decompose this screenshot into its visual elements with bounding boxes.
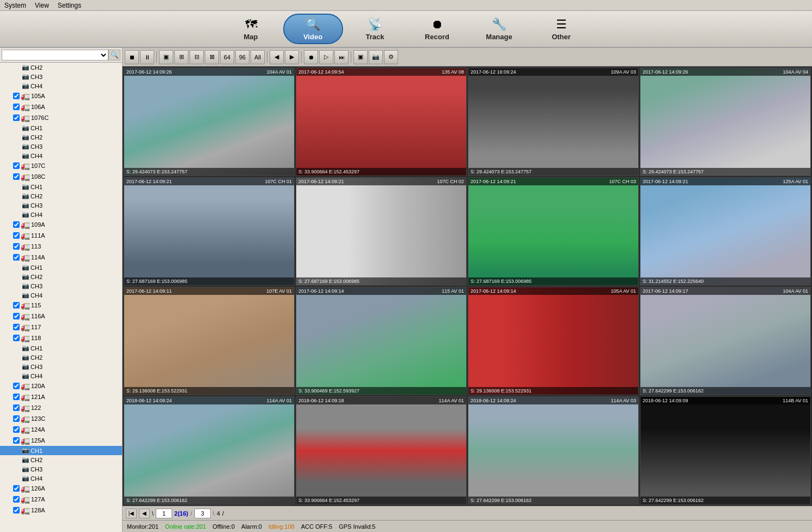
video-cell-12[interactable]: 2017-06-12 14:09:17 104A AV 01 S: 27.642… (640, 287, 811, 395)
video-cell-3[interactable]: 2017-06-12 16:09:24 109A AV 03 S: 29.424… (468, 68, 639, 176)
tree-125a[interactable]: 🚛 125A (0, 435, 122, 446)
tree-checkbox[interactable] (13, 254, 20, 261)
tree-115[interactable]: 🚛 115 (0, 300, 122, 311)
tb-ff[interactable]: ⏭ (334, 50, 349, 64)
tb-96[interactable]: 96 (235, 50, 249, 64)
tree-ch4-6[interactable]: 📷 CH4 (0, 474, 122, 483)
tb-grid1[interactable]: ▣ (159, 50, 173, 64)
tree-checkbox[interactable] (13, 243, 20, 250)
video-cell-7[interactable]: 2017-06-12 14:09:21 107C CH 03 S: 27.687… (468, 177, 639, 286)
tree-ch2-4[interactable]: 📷 CH2 (0, 272, 122, 281)
tree-ch3-5[interactable]: 📷 CH3 (0, 362, 122, 371)
page-input-3[interactable] (194, 509, 211, 518)
tree-ch4-4[interactable]: 📷 CH4 (0, 291, 122, 300)
tb-settings[interactable]: ⚙ (384, 50, 398, 64)
menu-settings[interactable]: Settings (58, 2, 81, 9)
tb-prev[interactable]: ◀ (270, 50, 284, 64)
tree-checkbox[interactable] (13, 437, 20, 444)
page-first[interactable]: |◀ (126, 509, 137, 518)
video-cell-8[interactable]: 2017-06-12 14:09:21 125A AV 01 S: 31.214… (640, 177, 811, 286)
video-cell-11[interactable]: 2017-06-12 14:09:14 105A AV 01 S: 29.136… (468, 287, 639, 395)
search-select[interactable] (2, 50, 108, 61)
tree-checkbox[interactable] (13, 426, 20, 433)
tree-107c[interactable]: 🚛 107C (0, 160, 122, 171)
tree-108c[interactable]: 🚛 108C (0, 171, 122, 182)
tree-checkbox[interactable] (13, 496, 20, 503)
video-cell-16[interactable]: 2018-06-12 14:09:09 114B AV 01 S: 27.642… (640, 396, 811, 505)
tree-ch1-5[interactable]: 📷 CH1 (0, 343, 122, 353)
tree-checkbox[interactable] (13, 383, 20, 389)
tree-checkbox[interactable] (13, 93, 20, 99)
video-cell-5[interactable]: 2017-06-12 14:09:21 107C CH 01 S: 27.687… (124, 177, 295, 286)
tree-113[interactable]: 🚛 113 (0, 241, 122, 252)
tree-ch4-1[interactable]: 📷 CH4 (0, 81, 122, 90)
tb-play[interactable]: ▷ (319, 50, 333, 64)
tree-122[interactable]: 🚛 122 (0, 402, 122, 413)
tree-ch1-4[interactable]: 📷 CH1 (0, 263, 122, 272)
tree-127a[interactable]: 🚛 127A (0, 494, 122, 505)
tree-checkbox[interactable] (13, 485, 20, 492)
tree-ch2-1[interactable]: 📷 CH2 (0, 63, 122, 72)
tree-1076c[interactable]: 🚛 1076C (0, 112, 122, 123)
tree-checkbox[interactable] (13, 394, 20, 400)
video-cell-6[interactable]: 2017-06-12 14:09:21 107C CH 02 S: 27.687… (296, 177, 467, 286)
tree-109a[interactable]: 🚛 109A (0, 219, 122, 230)
tb-all[interactable]: All (251, 50, 265, 64)
tree-114a[interactable]: 🚛 114A (0, 252, 122, 263)
tree-ch2-6[interactable]: 📷 CH2 (0, 455, 122, 464)
tree-ch1-selected[interactable]: 📷 CH1 (0, 446, 122, 455)
tree-checkbox[interactable] (13, 313, 20, 319)
video-cell-14[interactable]: 2018-06-12 14:09:18 114A AV 01 S: 33.900… (296, 396, 467, 505)
tb-next[interactable]: ▶ (285, 50, 299, 64)
tree-117[interactable]: 🚛 117 (0, 322, 122, 332)
tb-grid16[interactable]: ⊠ (205, 50, 219, 64)
video-cell-15[interactable]: 2018-06-12 14:09:24 114A AV 03 S: 27.642… (468, 396, 639, 505)
tree-123c[interactable]: 🚛 123C (0, 413, 122, 424)
tree-126a[interactable]: 🚛 126A (0, 483, 122, 494)
page-input-1[interactable] (156, 509, 172, 518)
tree-ch2-2[interactable]: 📷 CH2 (0, 132, 122, 142)
tree-checkbox[interactable] (13, 507, 20, 513)
tb-grid4[interactable]: ⊞ (174, 50, 188, 64)
tree-128a[interactable]: 🚛 128A (0, 505, 122, 516)
tree-105a[interactable]: 🚛 105A (0, 90, 122, 101)
nav-video[interactable]: 🔍 Video (283, 14, 343, 44)
menu-view[interactable]: View (35, 2, 49, 9)
tree-ch1-2[interactable]: 📷 CH1 (0, 123, 122, 132)
video-cell-4[interactable]: 2017-06-12 14:09:26 104A AV 04 S: 29.424… (640, 68, 811, 176)
nav-manage[interactable]: 🔧 Manage (469, 14, 529, 44)
tree-checkbox[interactable] (13, 302, 20, 309)
tree-ch2-3[interactable]: 📷 CH2 (0, 191, 122, 201)
tree-checkbox[interactable] (13, 232, 20, 239)
tree-checkbox[interactable] (13, 324, 20, 330)
tree-ch4-5[interactable]: 📷 CH4 (0, 371, 122, 380)
tree-checkbox[interactable] (13, 335, 20, 341)
tree-ch3-3[interactable]: 📷 CH3 (0, 201, 122, 210)
tree-ch3-1[interactable]: 📷 CH3 (0, 72, 122, 81)
tree-121a[interactable]: 🚛 121A (0, 391, 122, 402)
tree-ch4-2[interactable]: 📷 CH4 (0, 151, 122, 160)
search-button[interactable]: 🔍 (108, 50, 120, 61)
tb-pause[interactable]: ⏸ (140, 50, 154, 64)
tree-checkbox[interactable] (13, 104, 20, 110)
tree-118[interactable]: 🚛 118 (0, 332, 122, 343)
tb-64[interactable]: 64 (220, 50, 234, 64)
tree-checkbox[interactable] (13, 404, 20, 411)
tree-checkbox[interactable] (13, 114, 20, 121)
tree-111a[interactable]: 🚛 111A (0, 230, 122, 241)
tb-stop[interactable]: ⏹ (125, 50, 139, 64)
tb-record-all[interactable]: ⏺ (304, 50, 318, 64)
video-cell-13[interactable]: 2018-06-12 14:09:24 114A AV 01 S: 27.642… (124, 396, 295, 505)
tree-ch3-6[interactable]: 📷 CH3 (0, 464, 122, 474)
page-prev[interactable]: ◀ (139, 509, 150, 518)
tree-ch4-3[interactable]: 📷 CH4 (0, 210, 122, 219)
tree-checkbox[interactable] (13, 415, 20, 422)
tree-ch3-2[interactable]: 📷 CH3 (0, 142, 122, 151)
tree-116a[interactable]: 🚛 116A (0, 311, 122, 322)
menu-system[interactable]: System (4, 2, 26, 9)
nav-other[interactable]: ☰ Other (532, 14, 591, 44)
tb-snapshot[interactable]: 📷 (369, 50, 383, 64)
nav-map[interactable]: 🗺 Map (221, 14, 281, 44)
tree-124a[interactable]: 🚛 124A (0, 424, 122, 435)
tree-106a[interactable]: 🚛 106A (0, 101, 122, 112)
